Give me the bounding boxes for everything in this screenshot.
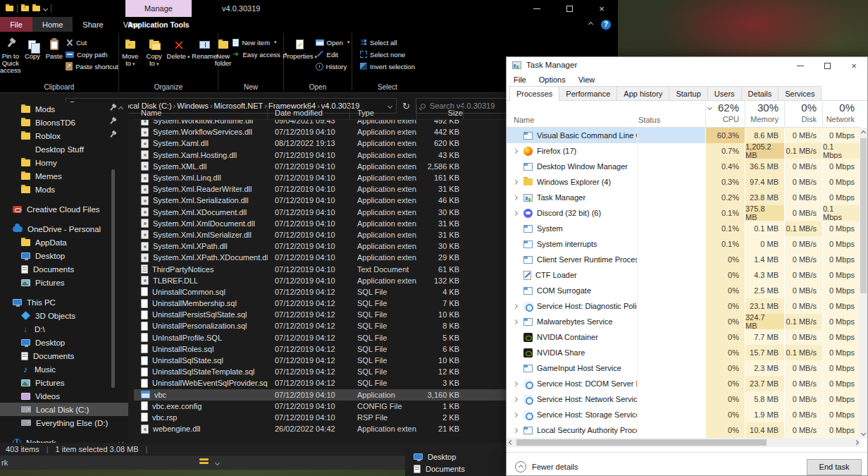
process-row-service-host-dcom-server-proc[interactable]: Service Host: DCOM Server Proc...0%23.7 … [507,376,860,391]
column-header-type[interactable]: Type [350,104,417,119]
column-header-date-modified[interactable]: Date modified [268,104,350,119]
sidebar-item-mods[interactable]: Mods [0,183,128,196]
properties-folder-icon[interactable] [21,6,29,11]
process-row-visual-basic-command-line-co[interactable]: Visual Basic Command Line Co...60.3%8.6 … [507,128,860,143]
tab-performance[interactable]: Performance [559,86,617,100]
file-row-tlbref-dll[interactable]: TLBREF.DLL07/12/2019 04:10Application ex… [134,275,506,286]
file-row-system-xml-linq-dll[interactable]: System.Xml.Linq.dll07/12/2019 04:10Appli… [134,172,506,183]
history-button[interactable]: History [316,61,350,71]
copy-path-button[interactable]: Copy path [66,49,118,59]
column-header-network[interactable]: 0% Network [822,100,860,128]
tab-services[interactable]: Services [778,86,822,100]
process-row-nvidia-share[interactable]: NVIDIA Share0%15.7 MB0.1 MB/s0 Mbps [507,345,860,360]
sidebar-item-documents[interactable]: Documents [0,349,128,362]
new-folder-icon[interactable] [32,6,40,11]
file-row-system-xml-xmldocument-dll[interactable]: System.Xml.XmlDocument.dll07/12/2019 04:… [134,218,506,229]
process-row-system-interrupts[interactable]: System interrupts0.1%0 MB0 MB/s0 Mbps [507,236,860,252]
background-window-panel[interactable]: Desktop Documents [405,451,506,476]
process-row-ctf-loader[interactable]: CTF Loader0%4.3 MB0 MB/s0 Mbps [507,267,860,283]
file-row-system-xml-readerwriter-dll[interactable]: System.Xml.ReaderWriter.dll07/12/2019 04… [134,183,506,195]
menu-options[interactable]: Options [539,75,566,84]
file-row-system-xml-xpath-dll[interactable]: System.Xml.XPath.dll07/12/2019 04:10Appl… [134,240,506,252]
tab-users[interactable]: Users [707,86,742,100]
close-button[interactable]: × [841,57,867,74]
process-row-local-security-authority-process[interactable]: Local Security Authority Process...0%10.… [507,422,860,438]
folder-icon[interactable] [6,6,13,11]
fewer-details-toggle[interactable]: Fewer details [532,463,578,471]
maximize-button[interactable] [553,0,585,17]
sidebar-item-everything-else-d[interactable]: Everything Else (D:) [0,416,128,429]
file-row-system-xaml-hosting-dll[interactable]: System.Xaml.Hosting.dll07/12/2019 04:10A… [134,149,506,161]
column-header-name[interactable]: Name [514,116,534,124]
maximize-button[interactable] [814,57,841,74]
sidebar-item-roblox[interactable]: Roblox [0,129,128,142]
easy-access-button[interactable]: Easy access [232,49,287,59]
sidebar-item-local-disk-c[interactable]: Local Disk (C:) [0,403,128,416]
new-item-button[interactable]: New item [232,37,287,47]
tab-startup[interactable]: Startup [669,86,707,100]
scrollbar-thumb[interactable] [516,439,767,446]
process-row-desktop-window-manager[interactable]: Desktop Window Manager0.4%36.5 MB0 MB/s0… [507,159,860,174]
file-row-uninstallpersistsqlstate-sql[interactable]: UninstallPersistSqlState.sql07/12/2019 0… [134,309,506,320]
file-row-system-xml-serialization-dll[interactable]: System.Xml.Serialization.dll07/12/2019 0… [134,195,506,206]
invert-selection-button[interactable]: Invert selection [360,61,415,71]
scrollbar-thumb[interactable] [860,138,867,293]
sidebar-scrollbar[interactable] [111,169,115,388]
file-row-uninstallmembership-sql[interactable]: UninstallMembership.sql07/12/2019 04:12S… [134,298,506,309]
file-row-uninstallsqlstatetemplate-sql[interactable]: UninstallSqlStateTemplate.sql07/12/2019 … [134,366,506,377]
process-row-malwarebytes-service[interactable]: Malwarebytes Service0%324.7 MB0.1 MB/s0 … [507,314,860,329]
edit-button[interactable]: Edit [316,49,350,59]
file-row-uninstallroles-sql[interactable]: UninstallRoles.sql07/12/2019 04:12SQL Fi… [134,343,506,355]
tab-app-history[interactable]: App history [616,86,669,100]
help-icon[interactable]: ? [601,20,611,30]
menu-file[interactable]: File [514,75,526,84]
file-row-uninstallwebeventsqlprovider-sql[interactable]: UninstallWebEventSqlProvider.sql07/12/20… [134,377,506,389]
tab-share[interactable]: Share [73,17,113,32]
process-row-service-host-diagnostic-policy[interactable]: Service Host: Diagnostic Policy ...0%23.… [507,298,860,314]
file-row-webengine-dll[interactable]: webengine.dll26/02/2022 04:42Application… [134,423,506,434]
file-row-system-xml-xpath-xdocument-dll[interactable]: System.Xml.XPath.XDocument.dll07/12/2019… [134,252,506,263]
sidebar-item-documents[interactable]: Documents [0,262,128,276]
expand-icon[interactable] [512,303,517,308]
menu-view[interactable]: View [578,75,595,84]
sidebar-item-horny[interactable]: Horny [0,156,128,169]
expand-icon[interactable] [512,179,517,184]
close-button[interactable]: × [585,0,618,17]
sidebar-item-videos[interactable]: Videos [0,389,128,403]
chevron-down-icon[interactable] [43,6,48,11]
tab-file[interactable]: File [0,17,32,32]
column-header-status[interactable]: Status [638,116,660,124]
column-header-disk[interactable]: 0% Disk [784,100,822,128]
sidebar-item-onedrive-personal[interactable]: OneDrive - Personal [0,222,128,236]
tab-processes[interactable]: Processes [509,86,559,101]
file-row-vbc[interactable]: vbc07/12/2019 04:10Application3,160 KB [134,389,506,401]
cut-button[interactable]: Cut [66,37,118,47]
file-row-uninstallpersonalization-sql[interactable]: UninstallPersonalization.sql07/12/2019 0… [134,320,506,331]
sidebar-item-desktop-stuff[interactable]: Desktop Stuff [0,142,128,156]
list-item[interactable]: Documents [405,463,506,475]
file-row-system-xml-xmlserializer-dll[interactable]: System.Xml.XmlSerializer.dll07/12/2019 0… [134,229,506,240]
file-row-uninstallsqlstate-sql[interactable]: UninstallSqlState.sql07/12/2019 04:12SQL… [134,355,506,366]
process-row-discord-32-bit-6[interactable]: Discord (32 bit) (6)0.1%375.8 MB0 MB/s0.… [507,205,860,221]
paste-shortcut-button[interactable]: Paste shortcut [66,61,118,71]
sidebar-item-pictures[interactable]: Pictures [0,376,128,389]
file-row-system-workflow-runtime-dll[interactable]: System.Workflow.Runtime.dll09/04/2021 09… [134,120,506,126]
process-row-task-manager[interactable]: Task Manager0.2%23.8 MB0 MB/s0 Mbps [507,190,860,205]
process-row-client-server-runtime-process[interactable]: Client Server Runtime Process0%1.4 MB0 M… [507,252,860,267]
file-row-vbc-exe-config[interactable]: vbc.exe.config07/12/2019 04:10CONFIG Fil… [134,401,506,412]
expand-icon[interactable] [512,319,517,324]
expand-icon[interactable] [512,195,517,200]
horizontal-scrollbar[interactable] [507,438,860,447]
fewer-details-icon[interactable] [515,461,526,472]
file-row-system-xml-xdocument-dll[interactable]: System.Xml.XDocument.dll07/12/2019 04:10… [134,207,506,218]
column-header-size[interactable]: Size [417,104,464,119]
file-row-system-workflowservices-dll[interactable]: System.WorkflowServices.dll07/12/2019 04… [134,126,506,138]
expand-icon[interactable] [512,412,517,417]
sidebar-item-desktop[interactable]: Desktop [0,336,128,349]
vertical-scrollbar[interactable] [860,128,867,438]
expand-icon[interactable] [512,427,517,432]
tab-application-tools[interactable]: Application Tools [125,17,192,32]
process-row-service-host-network-service[interactable]: Service Host: Network Service0%5.8 MB0 M… [507,391,860,407]
sidebar-item-3d-objects[interactable]: 3D Objects [0,309,128,322]
expand-icon[interactable] [512,210,517,215]
